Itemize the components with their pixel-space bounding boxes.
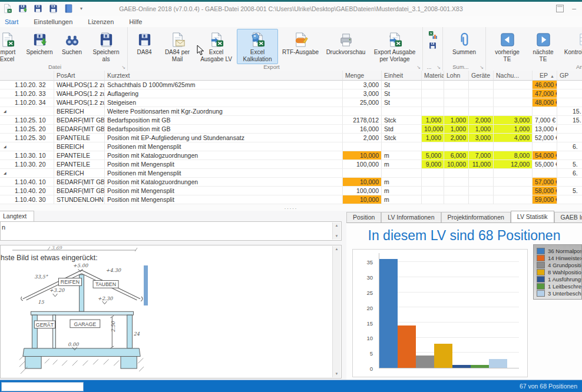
- lohn-cell[interactable]: 2,000: [444, 134, 469, 142]
- material-cell[interactable]: [422, 107, 444, 116]
- table-row[interactable]: 1.10.40. 20BEDARF(MIT GB)Position mit Me…: [0, 187, 582, 195]
- header-menge[interactable]: Menge: [343, 71, 382, 81]
- menge-cell[interactable]: [343, 107, 382, 116]
- oz-cell[interactable]: 1.10.20. 34: [0, 98, 54, 107]
- material-cell[interactable]: 5,000: [422, 151, 444, 160]
- ep-cell[interactable]: 59,000 €: [533, 195, 557, 204]
- gp-cell[interactable]: 5.: [557, 187, 582, 195]
- table-row[interactable]: 1.10.20. 33WAHLPOS(1.2 zu 1.0)Auflagerin…: [0, 89, 582, 98]
- lohn-cell[interactable]: [444, 169, 469, 178]
- posart-cell[interactable]: EPANTEILE: [54, 160, 105, 169]
- header-nachu[interactable]: Nachu...: [494, 71, 533, 81]
- summen-button[interactable]: Summen: [446, 29, 482, 58]
- kurztext-cell[interactable]: Position mit EP-Aufgliederung und Stunde…: [105, 134, 343, 142]
- dialog-launcher-icon[interactable]: ↘: [416, 65, 421, 70]
- einheit-cell[interactable]: m: [382, 187, 422, 195]
- material-cell[interactable]: 10,000: [422, 125, 444, 134]
- einheit-cell[interactable]: [382, 169, 422, 178]
- chart-bar-Ausführungsbeschreibungen[interactable]: [452, 365, 471, 368]
- kurztext-cell[interactable]: Bedarfsposition mit GB: [105, 116, 343, 125]
- table-row[interactable]: ◢1.10.30BEREICHPositionen mit Mengenspli…: [0, 142, 582, 151]
- expander-icon[interactable]: ◢: [4, 142, 49, 151]
- tab-einstellungen[interactable]: Einstellungen: [34, 18, 72, 25]
- expander-icon[interactable]: ◢: [4, 169, 49, 177]
- einheit-cell[interactable]: m: [382, 160, 422, 169]
- ep-cell[interactable]: 48,000 €: [533, 98, 557, 107]
- ep-cell[interactable]: [533, 169, 557, 178]
- menge-cell[interactable]: [343, 142, 382, 151]
- einheit-cell[interactable]: m: [382, 195, 422, 204]
- einheit-cell[interactable]: [382, 107, 422, 116]
- scroll-up-icon[interactable]: ▲: [333, 222, 340, 229]
- lohn-cell[interactable]: [444, 142, 469, 151]
- chart-bar-Normalpositionen[interactable]: [379, 259, 398, 368]
- oz-cell[interactable]: 1.10.20. 32: [0, 81, 54, 89]
- naechste-te-button[interactable]: nächste TE: [527, 29, 560, 64]
- scroll-down-icon[interactable]: ▼: [333, 371, 340, 377]
- nachu-cell[interactable]: [494, 89, 533, 98]
- geraete-cell[interactable]: 1,000: [469, 125, 494, 134]
- oz-cell[interactable]: 1.10.40. 20: [0, 187, 54, 195]
- gp-cell[interactable]: [557, 134, 582, 142]
- vorherige-te-button[interactable]: vorherige TE: [489, 29, 525, 64]
- kurztext-cell[interactable]: Steigeisen: [105, 98, 343, 107]
- ep-cell[interactable]: [533, 142, 557, 151]
- oz-cell[interactable]: ◢1.10.30: [0, 142, 54, 151]
- table-row[interactable]: 1.10.40. 10BEDARF(MIT GB)Position mit Ka…: [0, 178, 582, 187]
- kontrollsummen-button[interactable]: Kontrollsummen: [561, 29, 582, 58]
- legend-item[interactable]: 1 Leitbeschreibungen: [537, 283, 581, 290]
- ep-cell[interactable]: 46,000 €: [533, 81, 557, 89]
- table-row[interactable]: 1.10.25. 20BEDARF(MIT GB)Bedarfsposition…: [0, 125, 582, 134]
- menge-cell[interactable]: 100,000: [343, 160, 382, 169]
- posart-cell[interactable]: BEDARF(MIT GB): [54, 187, 105, 195]
- legend-item[interactable]: 1 Ausführungsbeschre: [537, 275, 581, 283]
- expander-icon[interactable]: ◢: [4, 107, 49, 115]
- header-kurztext[interactable]: Kurztext: [105, 71, 343, 81]
- scroll-down-icon[interactable]: ▼: [333, 233, 340, 240]
- table-row[interactable]: 1.10.25. 30EPANTEILEPosition mit EP-Aufg…: [0, 134, 582, 142]
- nachu-cell[interactable]: [494, 142, 533, 151]
- einheit-cell[interactable]: St: [382, 89, 422, 98]
- material-cell[interactable]: [422, 142, 444, 151]
- legend-item[interactable]: 3 Unterbeschreibunge: [537, 290, 581, 297]
- lohn-cell[interactable]: 10,000: [444, 160, 469, 169]
- gp-cell[interactable]: 15.: [557, 107, 582, 116]
- einheit-cell[interactable]: St: [382, 81, 422, 89]
- da84-per-mail-button[interactable]: DA84 per Mail: [159, 29, 196, 64]
- posart-cell[interactable]: BEREICH: [54, 169, 105, 178]
- posart-cell[interactable]: BEDARF(MIT GB): [54, 116, 105, 125]
- tab-gaeb-info[interactable]: GAEB Info: [554, 212, 582, 223]
- gp-cell[interactable]: [557, 89, 582, 98]
- table-row[interactable]: 1.10.30. 20EPANTEILEPosition mit Mengens…: [0, 160, 582, 169]
- chart-bar-Hinweistexte[interactable]: [398, 325, 416, 368]
- geraete-cell[interactable]: [469, 142, 494, 151]
- lohn-cell[interactable]: [444, 107, 469, 116]
- legend-item[interactable]: 14 Hinweistexte: [537, 254, 581, 261]
- ep-cell[interactable]: [533, 107, 557, 116]
- ep-cell[interactable]: 58,000 €: [533, 187, 557, 195]
- kurztext-cell[interactable]: Bedarfsposition mit GB: [105, 125, 343, 134]
- geraete-cell[interactable]: 2,000: [469, 116, 494, 125]
- posart-cell[interactable]: BEDARF(MIT GB): [54, 178, 105, 187]
- gp-cell[interactable]: [557, 178, 582, 187]
- nachu-cell[interactable]: 3,000: [494, 116, 533, 125]
- posart-cell[interactable]: WAHLPOS(1.2 zu 1.0): [54, 98, 105, 107]
- geraete-cell[interactable]: [469, 98, 494, 107]
- oz-cell[interactable]: 1.10.30. 10: [0, 151, 54, 160]
- menge-cell[interactable]: 25,000: [343, 98, 382, 107]
- gp-cell[interactable]: 6.: [557, 142, 582, 151]
- gp-cell[interactable]: [557, 151, 582, 160]
- lohn-cell[interactable]: [444, 195, 469, 204]
- nachu-cell[interactable]: [494, 98, 533, 107]
- geraete-cell[interactable]: [469, 187, 494, 195]
- ep-cell[interactable]: 54,000 €: [533, 151, 557, 160]
- material-cell[interactable]: [422, 81, 444, 89]
- menge-cell[interactable]: 10,000: [343, 195, 382, 204]
- geraete-cell[interactable]: 7,000: [469, 151, 494, 160]
- gp-cell[interactable]: 5.: [557, 160, 582, 169]
- kurztext-cell[interactable]: Position mit Mengensplit: [105, 187, 343, 195]
- geraete-cell[interactable]: 3,000: [469, 134, 494, 142]
- oz-cell[interactable]: 1.10.25. 20: [0, 125, 54, 134]
- dialog-launcher-icon[interactable]: ↘: [480, 65, 484, 70]
- nachu-cell[interactable]: 8,000: [494, 151, 533, 160]
